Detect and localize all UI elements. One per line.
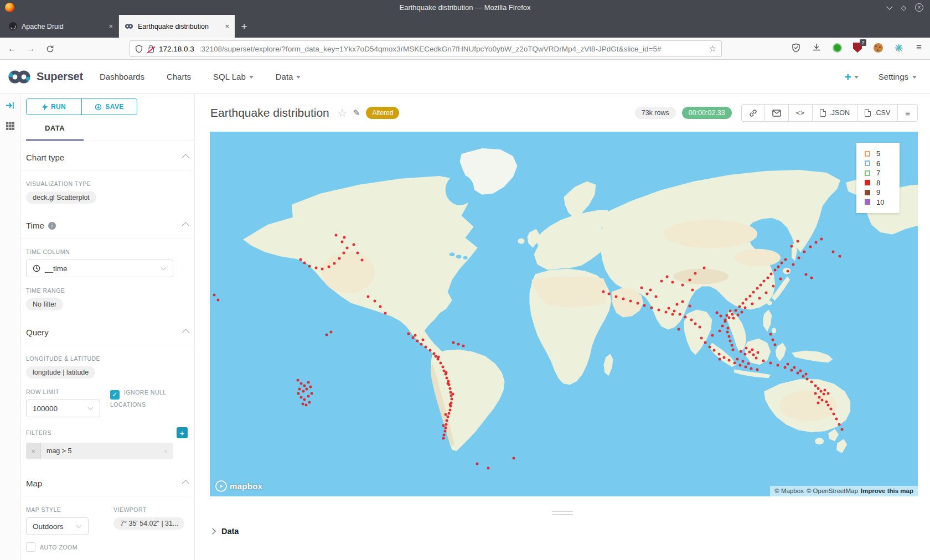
earthquake-point[interactable] bbox=[444, 413, 447, 416]
earthquake-point[interactable] bbox=[327, 265, 330, 268]
save-button[interactable]: SAVE bbox=[81, 99, 137, 115]
earthquake-point[interactable] bbox=[727, 317, 730, 319]
dataset-grid-icon[interactable] bbox=[6, 121, 15, 131]
earthquake-point[interactable] bbox=[329, 330, 332, 333]
earthquake-point[interactable] bbox=[810, 381, 813, 383]
earthquake-point[interactable] bbox=[643, 304, 646, 307]
earthquake-point[interactable] bbox=[820, 237, 823, 240]
earthquake-point[interactable] bbox=[646, 292, 649, 295]
earthquake-point[interactable] bbox=[839, 255, 841, 258]
earthquake-point[interactable] bbox=[786, 363, 789, 366]
earthquake-point[interactable] bbox=[326, 334, 328, 336]
shield-check-icon[interactable] bbox=[790, 42, 802, 53]
earthquake-point[interactable] bbox=[804, 372, 807, 375]
earthquake-point[interactable] bbox=[755, 356, 758, 359]
back-button[interactable]: ← bbox=[6, 42, 19, 55]
earthquake-point[interactable] bbox=[487, 467, 489, 470]
legend-item[interactable]: 8 bbox=[865, 178, 900, 188]
earthquake-point[interactable] bbox=[446, 382, 449, 385]
nav-item-data[interactable]: Data bbox=[276, 72, 301, 81]
earthquake-point[interactable] bbox=[309, 386, 312, 388]
earthquake-point[interactable] bbox=[321, 267, 324, 270]
earthquake-point[interactable] bbox=[421, 338, 424, 341]
time-column-select[interactable]: __time bbox=[26, 260, 173, 277]
earthquake-point[interactable] bbox=[689, 305, 691, 308]
earthquake-point[interactable] bbox=[654, 295, 657, 298]
earthquake-point[interactable] bbox=[804, 273, 807, 276]
export-csv-button[interactable]: .CSV bbox=[857, 105, 897, 121]
earthquake-point[interactable] bbox=[831, 251, 834, 253]
earthquake-point[interactable] bbox=[442, 437, 445, 440]
close-tab-icon[interactable]: × bbox=[108, 22, 113, 30]
earthquake-point[interactable] bbox=[443, 433, 446, 436]
earthquake-point[interactable] bbox=[690, 319, 693, 322]
earthquake-point[interactable] bbox=[783, 366, 786, 369]
earthquake-point[interactable] bbox=[770, 273, 773, 276]
earthquake-point[interactable] bbox=[742, 360, 745, 363]
earthquake-point[interactable] bbox=[740, 310, 743, 313]
section-time[interactable]: Timei bbox=[26, 209, 188, 238]
earthquake-point[interactable] bbox=[448, 403, 451, 406]
copy-link-button[interactable] bbox=[742, 105, 764, 121]
earthquake-point[interactable] bbox=[512, 457, 515, 460]
attrib-osm-link[interactable]: © OpenStreetMap bbox=[807, 488, 858, 494]
earthquake-point[interactable] bbox=[762, 359, 765, 362]
earthquake-point[interactable] bbox=[414, 334, 416, 336]
maximize-icon[interactable]: ◇ bbox=[901, 4, 906, 11]
earthquake-point[interactable] bbox=[763, 280, 766, 283]
earthquake-point[interactable] bbox=[796, 240, 799, 242]
earthquake-point[interactable] bbox=[772, 285, 775, 288]
deckgl-map[interactable]: 5678910 ➤ mapbox © Mapbox © OpenStreetMa… bbox=[210, 132, 918, 496]
earthquake-point[interactable] bbox=[826, 392, 829, 395]
earthquake-point[interactable] bbox=[724, 320, 727, 323]
earthquake-point[interactable] bbox=[769, 333, 772, 336]
download-icon[interactable] bbox=[811, 42, 822, 53]
superset-brand[interactable]: Superset bbox=[7, 70, 83, 84]
earthquake-point[interactable] bbox=[766, 276, 769, 279]
earthquake-point[interactable] bbox=[445, 371, 448, 374]
earthquake-point[interactable] bbox=[730, 344, 733, 347]
earthquake-point[interactable] bbox=[736, 358, 738, 361]
row-limit-select[interactable]: 100000 bbox=[26, 400, 100, 417]
close-tab-icon[interactable]: × bbox=[225, 22, 229, 30]
embed-code-button[interactable]: <> bbox=[788, 105, 812, 121]
earthquake-point[interactable] bbox=[729, 310, 732, 313]
add-filter-button[interactable]: + bbox=[177, 427, 188, 438]
earthquake-point[interactable] bbox=[602, 290, 605, 293]
earthquake-point[interactable] bbox=[738, 305, 741, 308]
earthquake-point[interactable] bbox=[784, 258, 787, 261]
earthquake-point[interactable] bbox=[435, 355, 437, 357]
add-new-button[interactable]: + bbox=[845, 70, 859, 84]
earthquake-point[interactable] bbox=[733, 361, 736, 364]
earthquake-point[interactable] bbox=[798, 257, 800, 260]
earthquake-point[interactable] bbox=[441, 366, 444, 369]
browser-menu-icon[interactable]: ≡ bbox=[913, 42, 924, 53]
earthquake-point[interactable] bbox=[727, 335, 730, 338]
tab-apache-druid[interactable]: Apache Druid × bbox=[3, 15, 119, 38]
time-range-value[interactable]: No filter bbox=[26, 298, 63, 310]
earthquake-point[interactable] bbox=[821, 399, 824, 402]
earthquake-point[interactable] bbox=[790, 245, 793, 247]
earthquake-point[interactable] bbox=[718, 329, 721, 332]
earthquake-point[interactable] bbox=[673, 310, 676, 313]
settings-menu[interactable]: Settings bbox=[879, 72, 917, 81]
earthquake-point[interactable] bbox=[727, 326, 730, 329]
earthquake-point[interactable] bbox=[297, 392, 299, 395]
earthquake-point[interactable] bbox=[308, 401, 311, 403]
earthquake-point[interactable] bbox=[338, 257, 341, 260]
legend-item[interactable]: 6 bbox=[865, 159, 900, 169]
minimize-icon[interactable] bbox=[886, 3, 892, 9]
earthquake-point[interactable] bbox=[681, 300, 684, 303]
earthquake-point[interactable] bbox=[304, 404, 307, 407]
earthquake-point[interactable] bbox=[817, 387, 819, 390]
earthquake-point[interactable] bbox=[671, 281, 674, 283]
earthquake-point[interactable] bbox=[720, 315, 722, 318]
earthquake-point[interactable] bbox=[303, 384, 306, 387]
earthquake-point[interactable] bbox=[691, 289, 694, 292]
earthquake-point[interactable] bbox=[296, 379, 299, 382]
earthquake-point[interactable] bbox=[704, 341, 707, 344]
earthquake-point[interactable] bbox=[726, 331, 728, 334]
earthquake-point[interactable] bbox=[826, 404, 829, 407]
earthquake-point[interactable] bbox=[776, 364, 779, 366]
earthquake-point[interactable] bbox=[334, 234, 337, 237]
